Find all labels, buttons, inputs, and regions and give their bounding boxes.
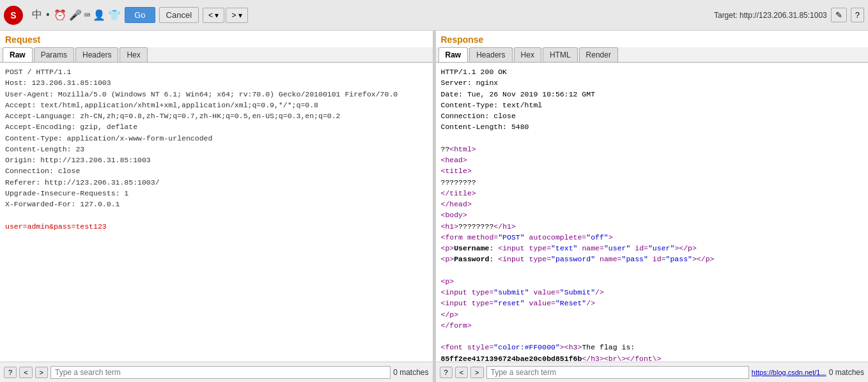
toolbar-icons: 中 • ⏰ 🎤 ⌨ 👤 👕 — [32, 8, 121, 22]
request-title: Request — [0, 31, 433, 47]
go-button[interactable]: Go — [125, 7, 155, 23]
request-credential: user=admin&pass=test123 — [5, 222, 107, 231]
sogou-icon: S — [4, 6, 23, 25]
response-search-bar: ? < > https://blog.csdn.net/1... 0 match… — [436, 362, 869, 382]
request-raw-text: POST / HTTP/1.1 Host: 123.206.31.85:1003… — [5, 66, 428, 232]
request-tabs: Raw Params Headers Hex — [0, 47, 433, 63]
response-tabs: Raw Headers Hex HTML Render — [436, 47, 869, 63]
response-tab-html[interactable]: HTML — [543, 47, 578, 62]
request-tab-params[interactable]: Params — [34, 47, 74, 62]
response-status-url: https://blog.csdn.net/1... — [752, 369, 826, 376]
toolbar-right: Target: http://123.206.31.85:1003 ✎ ? — [714, 8, 864, 22]
request-content[interactable]: POST / HTTP/1.1 Host: 123.206.31.85:1003… — [0, 63, 433, 362]
top-toolbar: S 中 • ⏰ 🎤 ⌨ 👤 👕 Go Cancel < ▾ > ▾ Target… — [0, 0, 868, 31]
request-panel: Request Raw Params Headers Hex POST / HT… — [0, 31, 433, 382]
help-button[interactable]: ? — [851, 8, 864, 22]
toolbar-icon-dot: • — [45, 10, 51, 21]
request-search-help[interactable]: ? — [4, 367, 17, 378]
request-tab-headers[interactable]: Headers — [75, 47, 118, 62]
request-tab-raw[interactable]: Raw — [3, 47, 33, 62]
toolbar-icon-shirt: 👕 — [108, 9, 121, 22]
response-panel: Response Raw Headers Hex HTML Render HTT… — [436, 31, 869, 382]
response-search-prev[interactable]: < — [455, 367, 468, 378]
target-label: Target: http://123.206.31.85:1003 — [714, 11, 827, 20]
request-search-prev[interactable]: < — [19, 367, 32, 378]
back-button[interactable]: < ▾ — [203, 8, 224, 23]
response-tab-hex[interactable]: Hex — [514, 47, 541, 62]
response-tab-headers[interactable]: Headers — [469, 47, 512, 62]
response-tab-raw[interactable]: Raw — [438, 47, 469, 62]
request-match-count: 0 matches — [393, 368, 428, 377]
toolbar-icon-chinese: 中 — [32, 8, 42, 22]
main-content: Request Raw Params Headers Hex POST / HT… — [0, 31, 868, 382]
toolbar-icon-mic: 🎤 — [69, 9, 82, 22]
toolbar-icon-keyboard: ⌨ — [84, 9, 91, 22]
nav-group: < ▾ > ▾ — [203, 8, 248, 23]
request-tab-hex[interactable]: Hex — [120, 47, 147, 62]
response-content[interactable]: HTTP/1.1 200 OK Server: nginx Date: Tue,… — [436, 63, 869, 362]
request-search-bar: ? < > 0 matches — [0, 362, 433, 382]
response-tab-render[interactable]: Render — [579, 47, 618, 62]
response-search-next[interactable]: > — [470, 367, 483, 378]
request-search-next[interactable]: > — [35, 367, 48, 378]
response-title: Response — [436, 31, 869, 47]
response-search-input[interactable] — [486, 366, 749, 379]
toolbar-icon-clock: ⏰ — [54, 9, 66, 22]
forward-button[interactable]: > ▾ — [226, 8, 247, 23]
cancel-button[interactable]: Cancel — [159, 7, 199, 23]
request-search-input[interactable] — [50, 366, 391, 379]
toolbar-left: S 中 • ⏰ 🎤 ⌨ 👤 👕 Go Cancel < ▾ > ▾ — [4, 6, 714, 25]
response-search-help[interactable]: ? — [440, 367, 453, 378]
response-match-count: 0 matches — [829, 368, 864, 377]
response-raw-text: HTTP/1.1 200 OK Server: nginx Date: Tue,… — [441, 66, 864, 362]
edit-target-button[interactable]: ✎ — [831, 8, 847, 22]
toolbar-icon-person: 👤 — [93, 9, 105, 22]
